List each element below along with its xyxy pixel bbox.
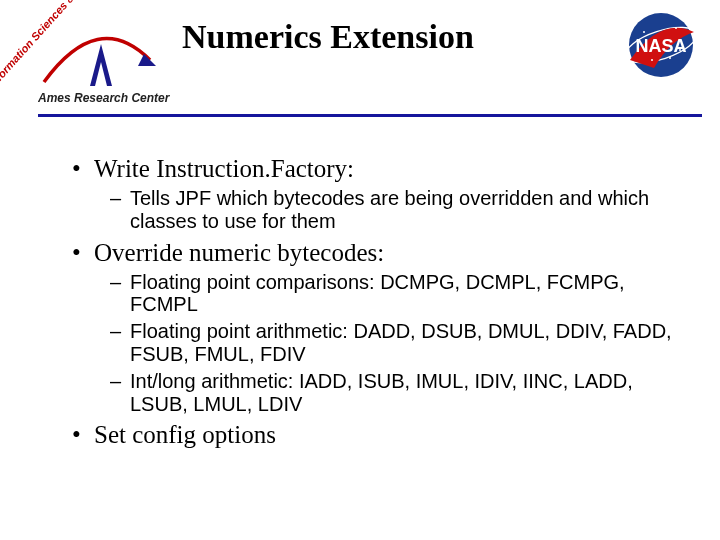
bullet-level2: Tells JPF which bytecodes are being over… xyxy=(72,187,684,233)
svg-point-8 xyxy=(651,59,653,61)
bullet-level2: Int/long arithmetic: IADD, ISUB, IMUL, I… xyxy=(72,370,684,416)
svg-point-5 xyxy=(643,31,645,33)
svg-point-7 xyxy=(669,57,671,59)
bullet-level2: Floating point arithmetic: DADD, DSUB, D… xyxy=(72,320,684,366)
slide-title: Numerics Extension xyxy=(182,18,474,56)
bullet-text: Set config options xyxy=(94,421,276,448)
bullet-level2: Floating point comparisons: DCMPG, DCMPL… xyxy=(72,271,684,317)
slide-content: Write Instruction.Factory: Tells JPF whi… xyxy=(72,155,684,453)
header-divider xyxy=(38,114,702,117)
bullet-level1: Set config options xyxy=(72,421,684,449)
svg-marker-0 xyxy=(90,44,112,86)
bullet-text: Tells JPF which bytecodes are being over… xyxy=(130,187,649,232)
bullet-text: Floating point comparisons: DCMPG, DCMPL… xyxy=(130,271,625,316)
bullet-text: Override numeric bytecodes: xyxy=(94,239,384,266)
svg-point-6 xyxy=(675,27,677,29)
bullet-text: Write Instruction.Factory: xyxy=(94,155,354,182)
nasa-logo-icon: NASA xyxy=(620,10,702,80)
svg-point-9 xyxy=(679,49,681,51)
svg-text:NASA: NASA xyxy=(635,36,686,56)
bullet-text: Floating point arithmetic: DADD, DSUB, D… xyxy=(130,320,672,365)
slide-header: Ames Research Center Information Science… xyxy=(0,0,720,130)
bullet-level1: Write Instruction.Factory: xyxy=(72,155,684,183)
bullet-level1: Override numeric bytecodes: xyxy=(72,239,684,267)
ames-logo: Ames Research Center xyxy=(38,26,188,106)
bullet-text: Int/long arithmetic: IADD, ISUB, IMUL, I… xyxy=(130,370,633,415)
svg-text:Ames Research Center: Ames Research Center xyxy=(38,91,171,105)
